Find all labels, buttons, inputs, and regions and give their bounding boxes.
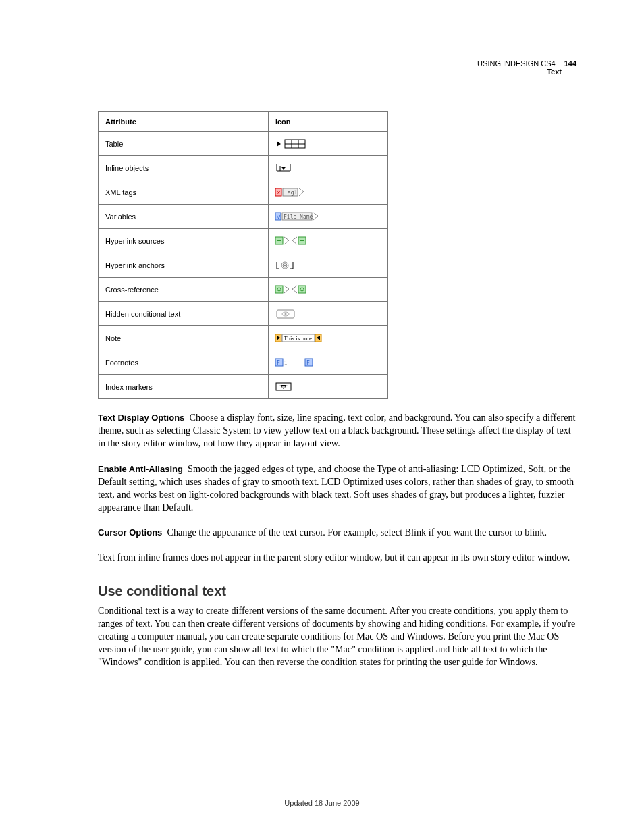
lead-anti-aliasing: Enable Anti-Aliasing bbox=[98, 464, 183, 474]
para-inline-frames: Text from inline frames does not appear … bbox=[98, 551, 576, 564]
attr-label: Hyperlink anchors bbox=[99, 253, 269, 278]
attr-label: Hyperlink sources bbox=[99, 229, 269, 253]
attr-label: Footnotes bbox=[99, 350, 269, 375]
table-row: XML tags XTag1 bbox=[99, 180, 388, 205]
svg-text:This is note: This is note bbox=[284, 335, 312, 342]
col-header-icon: Icon bbox=[268, 112, 387, 132]
svg-text:Tag1: Tag1 bbox=[284, 190, 297, 196]
attr-label: Cross-reference bbox=[99, 278, 269, 302]
lead-text-display: Text Display Options bbox=[98, 413, 184, 423]
para-anti-aliasing: Enable Anti-Aliasing Smooth the jagged e… bbox=[98, 463, 576, 515]
table-row: Variables VFile Name bbox=[99, 205, 388, 229]
heading-conditional-text: Use conditional text bbox=[98, 583, 576, 599]
attr-label: XML tags bbox=[99, 180, 269, 205]
attr-label: Variables bbox=[99, 205, 269, 229]
table-icon bbox=[268, 132, 387, 156]
table-row: Footnotes F1F bbox=[99, 350, 388, 375]
page-header: USING INDESIGN CS4144 Text bbox=[477, 59, 576, 76]
svg-text:X: X bbox=[277, 190, 281, 196]
table-row: Table bbox=[99, 132, 388, 156]
attr-label: Inline objects bbox=[99, 156, 269, 180]
table-row: Inline objects bbox=[99, 156, 388, 180]
svg-text:V: V bbox=[277, 214, 281, 220]
variables-icon: VFile Name bbox=[268, 205, 387, 229]
col-header-attribute: Attribute bbox=[99, 112, 269, 132]
attr-label: Hidden conditional text bbox=[99, 302, 269, 326]
attributes-table: Attribute Icon Table Inline objects bbox=[98, 111, 388, 399]
doc-title: USING INDESIGN CS4 bbox=[477, 59, 556, 68]
hyperlink-anchors-icon bbox=[268, 253, 387, 278]
svg-text:F: F bbox=[277, 360, 280, 366]
svg-point-28 bbox=[284, 313, 286, 315]
attr-label: Table bbox=[99, 132, 269, 156]
footnotes-icon: F1F bbox=[268, 350, 387, 375]
attr-label: Note bbox=[99, 326, 269, 350]
svg-point-21 bbox=[284, 264, 286, 266]
para-text-display: Text Display Options Choose a display fo… bbox=[98, 411, 576, 450]
svg-marker-6 bbox=[281, 167, 286, 170]
svg-marker-0 bbox=[277, 141, 281, 147]
lead-cursor-options: Cursor Options bbox=[98, 527, 162, 538]
index-markers-icon bbox=[268, 375, 387, 399]
attr-label: Index markers bbox=[99, 375, 269, 399]
xml-tags-icon: XTag1 bbox=[268, 180, 387, 205]
footer-updated: Updated 18 June 2009 bbox=[0, 799, 644, 807]
svg-text:File Name: File Name bbox=[284, 214, 313, 220]
hidden-conditional-icon bbox=[268, 302, 387, 326]
inline-objects-icon bbox=[268, 156, 387, 180]
section-name: Text bbox=[477, 68, 576, 76]
page-number: 144 bbox=[560, 59, 576, 68]
para-conditional-text: Conditional text is a way to create diff… bbox=[98, 604, 576, 669]
cross-reference-icon bbox=[268, 278, 387, 302]
svg-rect-22 bbox=[275, 286, 283, 293]
table-row: Hyperlink anchors bbox=[99, 253, 388, 278]
svg-text:F: F bbox=[306, 360, 310, 366]
table-row: Index markers bbox=[99, 375, 388, 399]
table-row: Hidden conditional text bbox=[99, 302, 388, 326]
svg-text:1: 1 bbox=[284, 359, 288, 366]
table-row: Hyperlink sources bbox=[99, 229, 388, 253]
svg-rect-24 bbox=[298, 286, 306, 293]
table-row: Cross-reference bbox=[99, 278, 388, 302]
hyperlink-sources-icon bbox=[268, 229, 387, 253]
para-cursor-options: Cursor Options Change the appearance of … bbox=[98, 526, 576, 539]
table-row: Note This is note bbox=[99, 326, 388, 350]
note-icon: This is note bbox=[268, 326, 387, 350]
